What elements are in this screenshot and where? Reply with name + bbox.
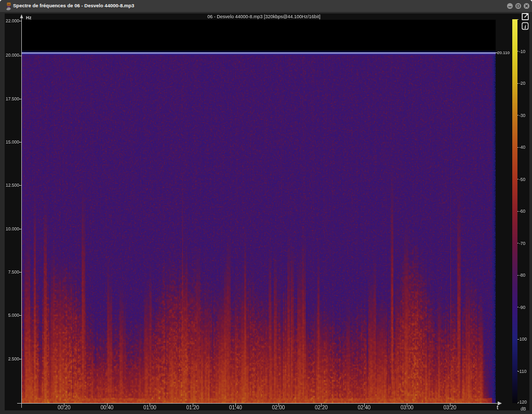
svg-text:i: i bbox=[524, 23, 526, 29]
